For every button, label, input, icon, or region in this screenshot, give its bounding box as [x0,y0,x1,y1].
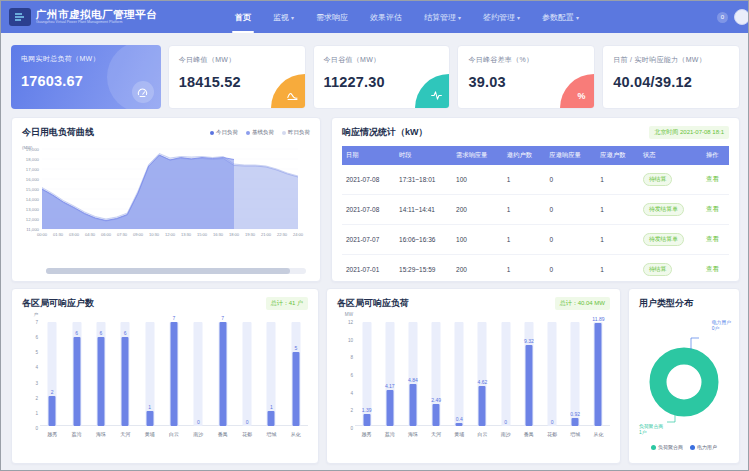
nav-item-7[interactable]: 参数配置▾ [531,1,590,33]
bar-海珠[interactable]: 4.84海珠 [401,322,424,426]
cell-period: 15:29~15:59 [395,255,452,283]
notification-badge[interactable]: 0 [717,12,728,23]
cell-period: 16:06~16:36 [395,225,452,255]
cell-invited: 1 [503,165,546,195]
view-link[interactable]: 查看 [706,265,719,272]
bar-category-label: 白云 [477,431,487,437]
bar-value-label: 7 [173,315,176,321]
bar-增城[interactable]: 0.92增城 [564,322,587,426]
cell-invited: 1 [503,225,546,255]
bar-fill [409,384,416,426]
legend-item[interactable]: 基线负荷 [246,129,274,136]
bar-黄埔[interactable]: 0.4黄埔 [448,322,471,426]
nav-item-6[interactable]: 签约管理▾ [472,1,531,33]
bar-value-label: 1 [148,404,151,410]
svg-text:04:30: 04:30 [85,232,96,237]
bar-白云[interactable]: 7白云 [162,322,186,426]
view-link[interactable]: 查看 [706,205,719,212]
bar-番禺[interactable]: 9.32番禺 [517,322,540,426]
donut-chart[interactable] [629,316,739,438]
bar-value-label: 1 [270,404,273,410]
bar-荔湾[interactable]: 4.17荔湾 [378,322,401,426]
legend-item[interactable]: 今日负荷 [210,129,238,136]
bar-value-label: 0.4 [456,416,463,422]
legend-item[interactable]: 昨日负荷 [282,129,310,136]
load-curve-card: 今日用电负荷曲线 今日负荷基线负荷昨日负荷 (MW)19,00018,00017… [11,117,321,282]
bar-fill [479,386,486,426]
y-axis-tick: 7 [35,320,38,325]
y-axis-tick: 0 [35,426,38,431]
bar-value-label: 2 [51,389,54,395]
legend-item[interactable]: 负荷聚合商 [651,444,683,450]
bar-荔湾[interactable]: 6荔湾 [64,322,88,426]
bar-番禺[interactable]: 7番禺 [211,322,235,426]
nav-item-5[interactable]: 结算管理▾ [413,1,472,33]
legend-label: 负荷聚合商 [658,444,683,450]
load-curve-chart[interactable]: (MW)19,00018,00017,00016,00015,00014,000… [12,141,304,259]
bar-category-label: 南沙 [501,431,511,437]
bar-天河[interactable]: 2.49天河 [425,322,448,426]
svg-text:03:00: 03:00 [69,232,80,237]
bar-花都[interactable]: 0花都 [235,322,259,426]
bar-白云[interactable]: 4.62白云 [471,322,494,426]
legend-dot [282,131,286,135]
bar-从化[interactable]: 11.89从化 [587,322,610,426]
nav-item-4[interactable]: 效果评估 [359,1,413,33]
decorative-circle [107,45,161,109]
bar-category-label: 增城 [570,431,580,437]
bar-海珠[interactable]: 6海珠 [89,322,113,426]
cell-action: 查看 [702,165,729,195]
nav-item-1[interactable]: 首页 [224,1,262,33]
kpi-card-2: 今日峰值（MW）18415.52 [168,45,306,109]
bar-value-label: 4.62 [478,379,488,385]
bar-category-label: 荔湾 [72,431,82,437]
bar-越秀[interactable]: 1.39越秀 [355,322,378,426]
bar-category-label: 黄埔 [145,431,155,437]
district-load-chart: MW1210864201.39越秀4.17荔湾4.84海珠2.49天河0.4黄埔… [327,312,620,440]
status-badge: 待发结算单 [643,233,684,246]
svg-text:01:30: 01:30 [53,232,64,237]
cell-action: 查看 [702,225,729,255]
bar-增城[interactable]: 1增城 [259,322,283,426]
svg-text:24:00: 24:00 [293,232,304,237]
bar-fill [292,352,299,426]
bar-category-label: 天河 [431,431,441,437]
bar-category-label: 黄埔 [454,431,464,437]
bar-category-label: 从化 [291,431,301,437]
nav-item-2[interactable]: 监视▾ [262,1,305,33]
table-column-header: 状态 [639,146,702,165]
nav-item-label: 参数配置 [542,12,574,23]
bar-黄埔[interactable]: 1黄埔 [137,322,161,426]
nav-item-label: 结算管理 [424,12,456,23]
user-type-donut: 电力用户 0户 负荷聚合商 1户 [629,316,739,438]
table-column-header: 操作 [702,146,729,165]
bar-fill [73,337,80,426]
legend-item[interactable]: 电力用户 [690,444,717,450]
svg-text:06:00: 06:00 [101,232,112,237]
bar-南沙[interactable]: 0南沙 [186,322,210,426]
bar-南沙[interactable]: 0南沙 [494,322,517,426]
y-axis-tick: 6 [350,373,353,378]
chart-scrollbar[interactable] [46,268,306,274]
chart-scrollbar-thumb[interactable] [46,268,290,274]
table-column-header: 日期 [342,146,395,165]
bar-category-label: 越秀 [362,431,372,437]
bar-category-label: 天河 [120,431,130,437]
view-link[interactable]: 查看 [706,235,719,242]
bar-category-label: 越秀 [47,431,57,437]
bar-天河[interactable]: 6天河 [113,322,137,426]
y-axis-tick: 6 [35,335,38,340]
svg-text:16,000: 16,000 [26,177,40,182]
cell-action: 查看 [702,195,729,225]
bar-花都[interactable]: 0花都 [540,322,563,426]
table-column-header: 应邀响应量 [546,146,597,165]
bar-从化[interactable]: 5从化 [284,322,308,426]
user-avatar[interactable] [734,9,749,25]
legend-label: 昨日负荷 [288,129,310,136]
bar-越秀[interactable]: 2越秀 [40,322,64,426]
bar-category-label: 番禺 [524,431,534,437]
cell-demand: 100 [452,225,503,255]
nav-item-3[interactable]: 需求响应 [305,1,359,33]
response-table: 日期时段需求响应量邀约户数应邀响应量应邀户数状态操作 2021-07-0817:… [342,146,729,282]
view-link[interactable]: 查看 [706,175,719,182]
